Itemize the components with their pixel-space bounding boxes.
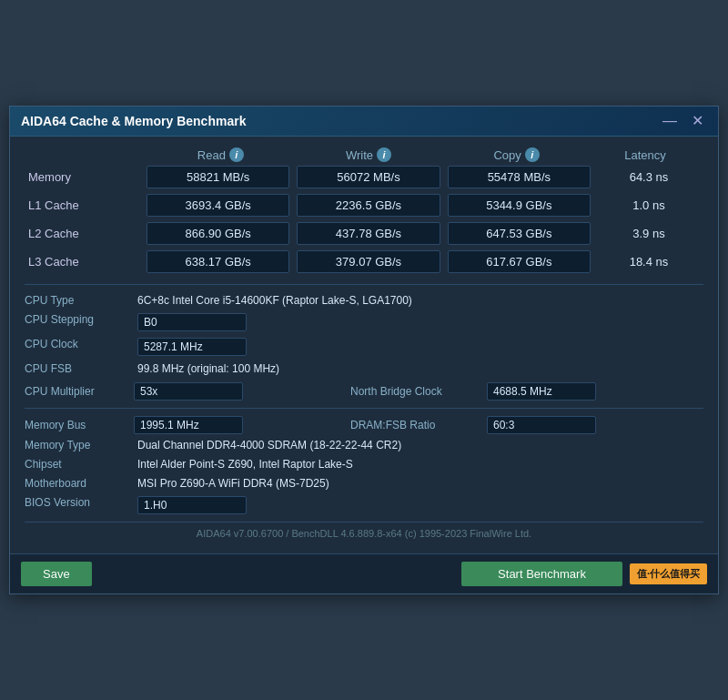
memory-info-section: Memory Bus 1995.1 MHz DRAM:FSB Ratio 60:… <box>25 416 703 516</box>
row-label-1: L1 Cache <box>25 198 143 212</box>
write-header: Write i <box>295 147 443 162</box>
copy-value-1: 5344.9 GB/s <box>448 194 591 217</box>
copy-value-3: 617.67 GB/s <box>448 250 591 273</box>
copy-value-2: 647.53 GB/s <box>448 222 591 245</box>
start-benchmark-button[interactable]: Start Benchmark <box>461 562 622 586</box>
memory-bus-label: Memory Bus <box>25 417 134 433</box>
write-info-icon[interactable]: i <box>377 147 391 162</box>
cpu-multiplier-label: CPU Multiplier <box>25 383 134 400</box>
close-button[interactable]: ✕ <box>688 114 707 128</box>
title-bar: AIDA64 Cache & Memory Benchmark — ✕ <box>10 107 718 137</box>
content-area: Read i Write i Copy i Latency Memory 588… <box>10 137 718 553</box>
cpu-stepping-value: B0 <box>134 311 703 333</box>
write-value-0: 56072 MB/s <box>297 166 440 188</box>
bios-value: 1.H0 <box>134 494 703 516</box>
motherboard-label: Motherboard <box>25 475 134 492</box>
copy-header: Copy i <box>442 147 591 162</box>
latency-value-1: 1.0 ns <box>594 195 703 216</box>
cpu-fsb-value: 99.8 MHz (original: 100 MHz) <box>134 360 703 377</box>
north-bridge-value: 4688.5 MHz <box>487 382 596 401</box>
cpu-info-grid: CPU Type 6C+8c Intel Core i5-14600KF (Ra… <box>25 292 703 377</box>
read-header: Read i <box>147 147 295 162</box>
cpu-type-value: 6C+8c Intel Core i5-14600KF (Raptor Lake… <box>134 292 703 309</box>
membus-dram-row: Memory Bus 1995.1 MHz DRAM:FSB Ratio 60:… <box>25 416 703 434</box>
row-label-3: L3 Cache <box>25 255 143 269</box>
memory-type-value: Dual Channel DDR4-4000 SDRAM (18-22-22-4… <box>134 437 703 453</box>
multiplier-northbridge-row: CPU Multiplier 53x North Bridge Clock 46… <box>25 382 703 401</box>
dram-ratio-value: 60:3 <box>487 416 596 434</box>
table-row: Memory 58821 MB/s 56072 MB/s 55478 MB/s … <box>25 166 703 188</box>
cpu-clock-value: 5287.1 MHz <box>134 336 703 358</box>
write-value-3: 379.07 GB/s <box>297 250 440 273</box>
button-bar: Save Start Benchmark 值·什么值得买 <box>10 553 718 593</box>
write-value-2: 437.78 GB/s <box>297 222 440 245</box>
footer-text: AIDA64 v7.00.6700 / BenchDLL 4.6.889.8-x… <box>25 522 703 543</box>
row-label-0: Memory <box>25 170 143 184</box>
copy-value-0: 55478 MB/s <box>448 166 591 188</box>
latency-value-3: 18.4 ns <box>594 251 703 272</box>
cpu-stepping-label: CPU Stepping <box>25 311 134 333</box>
chipset-value: Intel Alder Point-S Z690, Intel Raptor L… <box>134 456 703 472</box>
read-value-3: 638.17 GB/s <box>147 250 289 273</box>
benchmark-rows: Memory 58821 MB/s 56072 MB/s 55478 MB/s … <box>25 166 703 273</box>
cpu-fsb-label: CPU FSB <box>25 360 134 377</box>
cpu-type-label: CPU Type <box>25 292 134 309</box>
copy-info-icon[interactable]: i <box>525 147 540 162</box>
row-label-2: L2 Cache <box>25 227 143 240</box>
write-value-1: 2236.5 GB/s <box>297 194 440 217</box>
motherboard-value: MSI Pro Z690-A WiFi DDR4 (MS-7D25) <box>134 475 703 492</box>
window-title: AIDA64 Cache & Memory Benchmark <box>21 114 246 128</box>
chipset-label: Chipset <box>25 456 134 472</box>
watermark-badge: 值·什么值得买 <box>630 563 707 584</box>
dram-ratio-label: DRAM:FSB Ratio <box>350 417 487 433</box>
latency-header: Latency <box>591 147 700 162</box>
memory-info-grid: Memory Type Dual Channel DDR4-4000 SDRAM… <box>25 437 703 516</box>
read-info-icon[interactable]: i <box>229 147 244 162</box>
latency-value-2: 3.9 ns <box>594 223 703 244</box>
read-value-1: 3693.4 GB/s <box>147 194 289 217</box>
memory-type-label: Memory Type <box>25 437 134 453</box>
read-value-0: 58821 MB/s <box>147 166 289 188</box>
read-value-2: 866.90 GB/s <box>147 222 289 245</box>
bios-label: BIOS Version <box>25 494 134 516</box>
table-row: L2 Cache 866.90 GB/s 437.78 GB/s 647.53 … <box>25 222 703 245</box>
window-controls: — ✕ <box>659 114 707 128</box>
benchmark-table: Read i Write i Copy i Latency Memory 588… <box>25 147 703 273</box>
table-row: L3 Cache 638.17 GB/s 379.07 GB/s 617.67 … <box>25 250 703 273</box>
table-row: L1 Cache 3693.4 GB/s 2236.5 GB/s 5344.9 … <box>25 194 703 217</box>
minimize-button[interactable]: — <box>659 114 681 128</box>
cpu-info-section: CPU Type 6C+8c Intel Core i5-14600KF (Ra… <box>25 292 703 401</box>
north-bridge-label: North Bridge Clock <box>350 383 487 400</box>
save-button[interactable]: Save <box>21 562 92 586</box>
main-window: AIDA64 Cache & Memory Benchmark — ✕ Read… <box>9 106 719 594</box>
latency-value-0: 64.3 ns <box>594 167 703 188</box>
memory-bus-value: 1995.1 MHz <box>134 416 243 434</box>
table-header: Read i Write i Copy i Latency <box>25 147 703 162</box>
cpu-clock-label: CPU Clock <box>25 336 134 358</box>
cpu-multiplier-value: 53x <box>134 382 243 401</box>
